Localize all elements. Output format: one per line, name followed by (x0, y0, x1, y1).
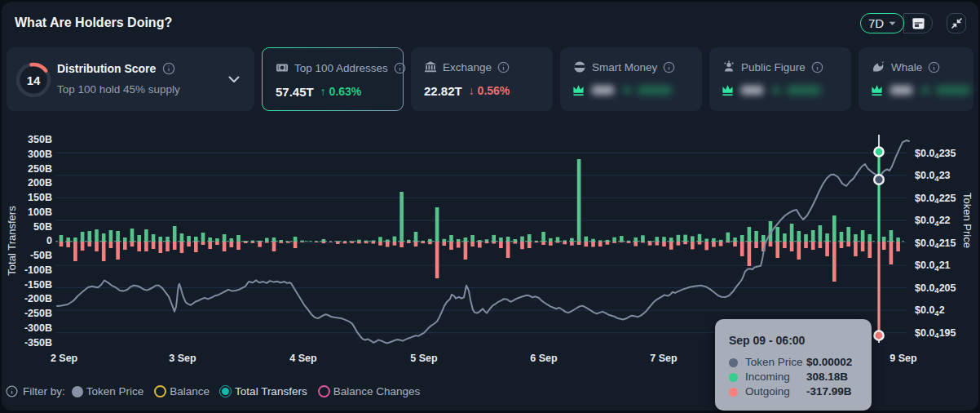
svg-text:100B: 100B (28, 206, 52, 218)
svg-text:$0.042: $0.042 (915, 304, 945, 318)
svg-text:-200B: -200B (24, 293, 52, 304)
svg-text:-300B: -300B (24, 322, 52, 334)
svg-text:Total Transfers: Total Transfers (6, 206, 18, 276)
svg-text:5 Sep: 5 Sep (410, 353, 438, 364)
svg-text:$0.0422: $0.0422 (915, 215, 951, 228)
svg-text:2 Sep: 2 Sep (51, 353, 78, 364)
svg-text:0: 0 (46, 235, 52, 246)
svg-text:250B: 250B (28, 163, 52, 175)
svg-text:3 Sep: 3 Sep (169, 353, 196, 364)
svg-text:-250B: -250B (24, 308, 52, 319)
svg-text:350B: 350B (28, 134, 52, 145)
svg-text:$0.0423: $0.0423 (915, 170, 951, 183)
svg-text:-350B: -350B (24, 337, 52, 349)
svg-text:$0.04215: $0.04215 (915, 238, 956, 251)
svg-text:-100B: -100B (24, 264, 52, 276)
svg-text:9 Sep: 9 Sep (890, 353, 917, 364)
svg-text:150B: 150B (28, 192, 52, 203)
svg-text:4 Sep: 4 Sep (289, 353, 317, 364)
svg-text:$0.04195: $0.04195 (915, 327, 956, 340)
svg-text:$0.04235: $0.04235 (915, 148, 956, 161)
svg-text:300B: 300B (28, 149, 52, 160)
svg-text:6 Sep: 6 Sep (530, 353, 558, 364)
svg-text:Token Price: Token Price (961, 193, 973, 248)
svg-text:14: 14 (27, 73, 41, 87)
svg-text:-150B: -150B (24, 279, 52, 291)
svg-text:7 Sep: 7 Sep (650, 353, 678, 364)
svg-text:-50B: -50B (30, 250, 52, 261)
svg-text:$0.04225: $0.04225 (915, 193, 956, 206)
svg-text:$0.04205: $0.04205 (915, 282, 956, 295)
svg-text:$0.0421: $0.0421 (915, 260, 951, 273)
svg-text:50B: 50B (33, 221, 52, 233)
svg-text:200B: 200B (28, 177, 52, 189)
